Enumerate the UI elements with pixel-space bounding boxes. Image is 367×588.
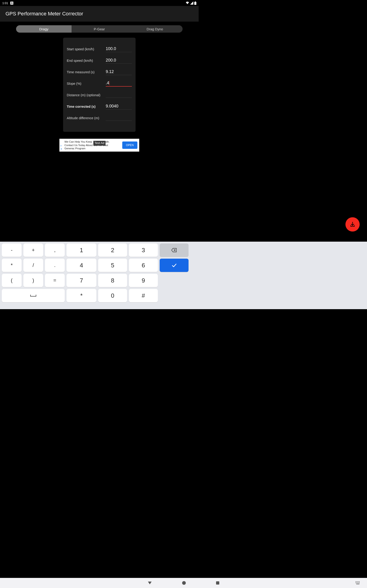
battery-icon [194,1,196,5]
key-1[interactable]: 1 [67,243,96,257]
key-backspace[interactable] [160,243,189,257]
key-3[interactable]: 3 [129,243,158,257]
label-start-speed: Start speed (km/h) [67,47,106,51]
app-header: GPS Performance Meter Corrector [0,6,199,22]
output-time-corrected: 9.0040 [106,104,132,110]
input-slope[interactable]: .4 [106,81,132,86]
input-time-measured[interactable]: 9.12 [106,69,132,75]
status-bar: 1:01 A [0,0,199,6]
check-icon [171,262,177,268]
key-4[interactable]: 4 [67,259,96,272]
key-minus[interactable]: - [2,243,22,257]
numeric-keyboard: - + , 1 2 3 * / . 4 5 6 ( ) = 7 8 9 * [0,242,199,309]
key-dot[interactable]: . [45,259,65,272]
slope-value-text: .4 [106,81,109,85]
key-hash[interactable]: # [129,289,158,302]
key-plus[interactable]: + [23,243,43,257]
input-start-speed[interactable]: 100.0 [106,46,132,52]
kb-gap-5 [160,289,189,302]
input-end-speed[interactable]: 200.0 [106,58,132,64]
tab-dragy[interactable]: Dragy [16,25,72,33]
key-star2[interactable]: * [67,289,96,302]
page-title: GPS Performance Meter Corrector [6,11,83,17]
kb-gap-4 [190,274,199,287]
label-altitude-diff: Altitude difference (m) [67,116,106,120]
space-icon [30,294,36,297]
wifi-icon [186,1,189,5]
label-time-corrected: Time corrected (s) [67,105,106,108]
key-space[interactable] [2,289,65,302]
status-time: 1:01 [2,1,8,5]
output-altitude-diff [106,115,132,121]
input-distance[interactable] [106,92,132,98]
text-caret [109,81,110,86]
status-app-icon: A [10,2,13,5]
ad-adchoices-icon[interactable]: ▷ ✕ [60,144,64,151]
label-end-speed: End speed (km/h) [67,59,106,62]
key-rparen[interactable]: ) [23,274,43,287]
key-2[interactable]: 2 [98,243,127,257]
kb-gap-1 [190,243,199,257]
key-star[interactable]: * [2,259,22,272]
signal-icon [190,1,193,5]
backspace-icon [171,248,177,252]
form-card: Start speed (km/h) 100.0 End speed (km/h… [63,38,135,132]
tab-pgear[interactable]: P-Gear [72,25,127,33]
svg-rect-0 [194,2,196,5]
key-slash[interactable]: / [23,259,43,272]
key-comma[interactable]: , [45,243,65,257]
key-0[interactable]: 0 [98,289,127,302]
kb-gap-3 [160,274,189,287]
key-6[interactable]: 6 [129,259,158,272]
key-9[interactable]: 9 [129,274,158,287]
tab-dragdyno[interactable]: Drag Dyno [127,25,183,33]
label-distance: Distance (m) (optional) [67,93,106,97]
label-slope: Slope (%) [67,82,106,86]
ad-banner[interactable]: ▷ ✕ We Can Help You KeepTest Adly Safe. … [59,139,139,152]
key-equals[interactable]: = [45,274,65,287]
svg-rect-1 [195,1,196,2]
ad-text: We Can Help You KeepTest Adly Safe. Cont… [65,140,121,150]
key-7[interactable]: 7 [67,274,96,287]
label-time-measured: Time measured (s) [67,70,106,74]
kb-gap-2 [190,259,199,272]
key-5[interactable]: 5 [98,259,127,272]
key-8[interactable]: 8 [98,274,127,287]
key-confirm[interactable] [160,259,189,272]
tab-strip: Dragy P-Gear Drag Dyno [16,25,183,33]
ad-badge: Test Ad [93,141,106,145]
ad-open-button[interactable]: OPEN [122,141,137,149]
kb-gap-6 [190,289,199,302]
key-lparen[interactable]: ( [2,274,22,287]
